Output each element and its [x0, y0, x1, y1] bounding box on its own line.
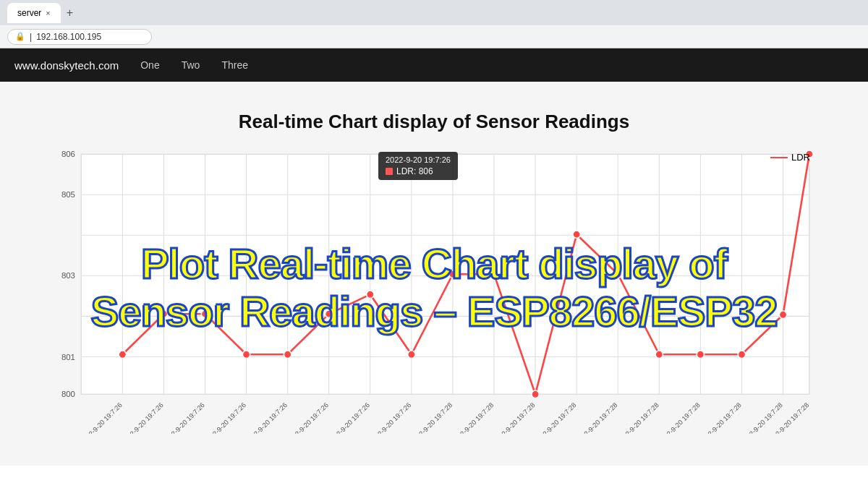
svg-text:2022-9-20 19:7:28: 2022-9-20 19:7:28	[658, 401, 702, 434]
nav-link-one[interactable]: One	[140, 59, 159, 71]
chart-title: Real-time Chart display of Sensor Readin…	[36, 111, 832, 133]
svg-text:2022-9-20 19:7:28: 2022-9-20 19:7:28	[699, 401, 743, 434]
address-bar[interactable]: 🔒 | 192.168.100.195	[7, 29, 152, 45]
legend-line-icon	[770, 157, 788, 158]
svg-point-40	[449, 270, 456, 278]
svg-text:2022-9-20 19:7:28: 2022-9-20 19:7:28	[534, 401, 578, 434]
svg-point-43	[573, 231, 580, 238]
tab-close-icon[interactable]: ×	[46, 9, 50, 17]
svg-point-37	[326, 310, 333, 317]
svg-text:801: 801	[61, 353, 75, 361]
new-tab-button[interactable]: +	[64, 7, 76, 20]
tab-container: server × +	[7, 3, 861, 23]
address-separator: |	[30, 32, 32, 42]
svg-text:2022-9-20 19:7:28: 2022-9-20 19:7:28	[493, 401, 537, 434]
svg-text:2022-9-20 19:7:26: 2022-9-20 19:7:26	[244, 401, 289, 434]
svg-text:2022-9-20 19:7:26: 2022-9-20 19:7:26	[121, 401, 165, 434]
svg-text:2022-9-20 19:7:26: 2022-9-20 19:7:26	[286, 401, 330, 434]
chart-svg-wrapper: 2022-9-20 19:7:26 LDR: 806 LDR	[36, 145, 832, 437]
svg-point-34	[201, 310, 208, 317]
browser-tab-bar: server × +	[0, 0, 868, 25]
legend-label: LDR	[791, 152, 810, 163]
main-content: Real-time Chart display of Sensor Readin…	[0, 82, 868, 466]
address-url: 192.168.100.195	[36, 32, 101, 42]
svg-text:803: 803	[61, 271, 75, 280]
svg-text:2022-9-20 19:7:26: 2022-9-20 19:7:26	[368, 401, 412, 434]
svg-text:2022-9-20 19:7:26: 2022-9-20 19:7:26	[80, 401, 124, 434]
svg-point-36	[284, 351, 291, 358]
svg-point-46	[697, 351, 704, 358]
svg-point-47	[738, 351, 745, 358]
svg-text:806: 806	[61, 150, 75, 158]
svg-point-44	[614, 270, 621, 278]
svg-text:2022-9-20 19:7:26: 2022-9-20 19:7:26	[203, 401, 247, 434]
lock-icon: 🔒	[15, 32, 25, 41]
navbar: www.donskytech.com One Two Three	[0, 48, 868, 82]
svg-text:2022-9-20 19:7:28: 2022-9-20 19:7:28	[451, 401, 495, 434]
svg-point-41	[490, 270, 498, 278]
active-tab[interactable]: server ×	[7, 3, 61, 23]
svg-text:2022-9-20 19:7:28: 2022-9-20 19:7:28	[409, 401, 454, 434]
svg-text:805: 805	[61, 190, 75, 199]
svg-text:2022-9-20 19:7:28: 2022-9-20 19:7:28	[575, 401, 619, 434]
chart-svg: 806 805 803 801 800	[36, 145, 832, 434]
svg-point-48	[779, 311, 786, 318]
svg-point-33	[160, 310, 167, 317]
svg-point-42	[532, 390, 539, 398]
svg-point-35	[242, 351, 250, 358]
svg-point-38	[367, 291, 374, 298]
svg-point-32	[119, 351, 126, 358]
svg-text:2022-9-20 19:7:26: 2022-9-20 19:7:26	[162, 401, 206, 434]
tab-title: server	[17, 8, 41, 18]
chart-legend: LDR	[770, 152, 810, 163]
svg-text:2022-9-20 19:7:28: 2022-9-20 19:7:28	[616, 401, 660, 434]
nav-brand: www.donskytech.com	[14, 59, 119, 72]
svg-point-39	[408, 351, 415, 358]
svg-text:2022-9-20 19:7:26: 2022-9-20 19:7:26	[327, 401, 371, 434]
svg-text:800: 800	[61, 390, 75, 398]
nav-link-three[interactable]: Three	[221, 59, 248, 71]
svg-point-45	[655, 351, 663, 358]
address-bar-row: 🔒 | 192.168.100.195	[0, 25, 868, 48]
nav-link-two[interactable]: Two	[182, 59, 200, 71]
chart-container: Real-time Chart display of Sensor Readin…	[22, 96, 846, 451]
